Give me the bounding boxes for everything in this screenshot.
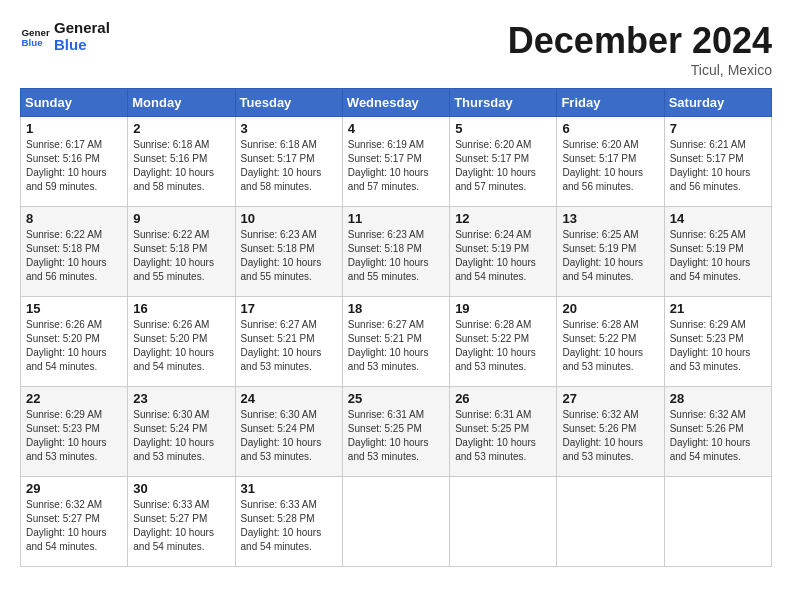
day-info: Sunrise: 6:22 AM Sunset: 5:18 PM Dayligh…: [133, 228, 229, 284]
calendar-day-cell: 29Sunrise: 6:32 AM Sunset: 5:27 PM Dayli…: [21, 477, 128, 567]
day-number: 19: [455, 301, 551, 316]
day-info: Sunrise: 6:32 AM Sunset: 5:27 PM Dayligh…: [26, 498, 122, 554]
day-number: 16: [133, 301, 229, 316]
title-area: December 2024 Ticul, Mexico: [508, 20, 772, 78]
day-number: 31: [241, 481, 337, 496]
day-info: Sunrise: 6:26 AM Sunset: 5:20 PM Dayligh…: [26, 318, 122, 374]
day-number: 13: [562, 211, 658, 226]
calendar-day-cell: 1Sunrise: 6:17 AM Sunset: 5:16 PM Daylig…: [21, 117, 128, 207]
day-info: Sunrise: 6:22 AM Sunset: 5:18 PM Dayligh…: [26, 228, 122, 284]
day-of-week-header: Thursday: [450, 89, 557, 117]
day-info: Sunrise: 6:20 AM Sunset: 5:17 PM Dayligh…: [455, 138, 551, 194]
day-number: 23: [133, 391, 229, 406]
calendar-day-cell: [557, 477, 664, 567]
calendar-day-cell: 11Sunrise: 6:23 AM Sunset: 5:18 PM Dayli…: [342, 207, 449, 297]
calendar-day-cell: 22Sunrise: 6:29 AM Sunset: 5:23 PM Dayli…: [21, 387, 128, 477]
calendar-day-cell: 2Sunrise: 6:18 AM Sunset: 5:16 PM Daylig…: [128, 117, 235, 207]
day-of-week-header: Sunday: [21, 89, 128, 117]
day-number: 24: [241, 391, 337, 406]
calendar-day-cell: 12Sunrise: 6:24 AM Sunset: 5:19 PM Dayli…: [450, 207, 557, 297]
calendar-week-row: 8Sunrise: 6:22 AM Sunset: 5:18 PM Daylig…: [21, 207, 772, 297]
day-number: 25: [348, 391, 444, 406]
calendar-day-cell: 10Sunrise: 6:23 AM Sunset: 5:18 PM Dayli…: [235, 207, 342, 297]
day-info: Sunrise: 6:32 AM Sunset: 5:26 PM Dayligh…: [562, 408, 658, 464]
day-info: Sunrise: 6:32 AM Sunset: 5:26 PM Dayligh…: [670, 408, 766, 464]
day-number: 1: [26, 121, 122, 136]
day-info: Sunrise: 6:25 AM Sunset: 5:19 PM Dayligh…: [562, 228, 658, 284]
day-number: 17: [241, 301, 337, 316]
logo-text-general: General: [54, 20, 110, 37]
day-info: Sunrise: 6:21 AM Sunset: 5:17 PM Dayligh…: [670, 138, 766, 194]
logo-icon: General Blue: [20, 22, 50, 52]
day-number: 9: [133, 211, 229, 226]
page-header: General Blue General Blue December 2024 …: [20, 20, 772, 78]
calendar-day-cell: 20Sunrise: 6:28 AM Sunset: 5:22 PM Dayli…: [557, 297, 664, 387]
day-number: 4: [348, 121, 444, 136]
calendar-day-cell: 8Sunrise: 6:22 AM Sunset: 5:18 PM Daylig…: [21, 207, 128, 297]
day-info: Sunrise: 6:28 AM Sunset: 5:22 PM Dayligh…: [455, 318, 551, 374]
day-of-week-header: Monday: [128, 89, 235, 117]
calendar-day-cell: 6Sunrise: 6:20 AM Sunset: 5:17 PM Daylig…: [557, 117, 664, 207]
day-of-week-header: Saturday: [664, 89, 771, 117]
day-number: 21: [670, 301, 766, 316]
day-number: 29: [26, 481, 122, 496]
calendar-header-row: SundayMondayTuesdayWednesdayThursdayFrid…: [21, 89, 772, 117]
day-number: 28: [670, 391, 766, 406]
month-title: December 2024: [508, 20, 772, 62]
day-info: Sunrise: 6:25 AM Sunset: 5:19 PM Dayligh…: [670, 228, 766, 284]
day-number: 20: [562, 301, 658, 316]
calendar-body: 1Sunrise: 6:17 AM Sunset: 5:16 PM Daylig…: [21, 117, 772, 567]
calendar-week-row: 1Sunrise: 6:17 AM Sunset: 5:16 PM Daylig…: [21, 117, 772, 207]
calendar-day-cell: 27Sunrise: 6:32 AM Sunset: 5:26 PM Dayli…: [557, 387, 664, 477]
calendar-day-cell: 14Sunrise: 6:25 AM Sunset: 5:19 PM Dayli…: [664, 207, 771, 297]
calendar-day-cell: 26Sunrise: 6:31 AM Sunset: 5:25 PM Dayli…: [450, 387, 557, 477]
day-number: 7: [670, 121, 766, 136]
calendar-day-cell: [450, 477, 557, 567]
calendar-week-row: 22Sunrise: 6:29 AM Sunset: 5:23 PM Dayli…: [21, 387, 772, 477]
calendar-day-cell: 31Sunrise: 6:33 AM Sunset: 5:28 PM Dayli…: [235, 477, 342, 567]
day-info: Sunrise: 6:18 AM Sunset: 5:17 PM Dayligh…: [241, 138, 337, 194]
calendar-day-cell: 15Sunrise: 6:26 AM Sunset: 5:20 PM Dayli…: [21, 297, 128, 387]
svg-text:Blue: Blue: [22, 37, 44, 48]
day-number: 30: [133, 481, 229, 496]
calendar-day-cell: 17Sunrise: 6:27 AM Sunset: 5:21 PM Dayli…: [235, 297, 342, 387]
calendar-day-cell: 24Sunrise: 6:30 AM Sunset: 5:24 PM Dayli…: [235, 387, 342, 477]
day-info: Sunrise: 6:18 AM Sunset: 5:16 PM Dayligh…: [133, 138, 229, 194]
calendar-day-cell: 28Sunrise: 6:32 AM Sunset: 5:26 PM Dayli…: [664, 387, 771, 477]
calendar-day-cell: 30Sunrise: 6:33 AM Sunset: 5:27 PM Dayli…: [128, 477, 235, 567]
calendar-week-row: 29Sunrise: 6:32 AM Sunset: 5:27 PM Dayli…: [21, 477, 772, 567]
day-of-week-header: Tuesday: [235, 89, 342, 117]
day-number: 2: [133, 121, 229, 136]
day-info: Sunrise: 6:31 AM Sunset: 5:25 PM Dayligh…: [455, 408, 551, 464]
day-number: 3: [241, 121, 337, 136]
calendar-day-cell: 3Sunrise: 6:18 AM Sunset: 5:17 PM Daylig…: [235, 117, 342, 207]
day-number: 10: [241, 211, 337, 226]
calendar-day-cell: 7Sunrise: 6:21 AM Sunset: 5:17 PM Daylig…: [664, 117, 771, 207]
logo: General Blue General Blue: [20, 20, 110, 53]
day-number: 27: [562, 391, 658, 406]
calendar-day-cell: 4Sunrise: 6:19 AM Sunset: 5:17 PM Daylig…: [342, 117, 449, 207]
calendar-table: SundayMondayTuesdayWednesdayThursdayFrid…: [20, 88, 772, 567]
day-info: Sunrise: 6:30 AM Sunset: 5:24 PM Dayligh…: [241, 408, 337, 464]
day-number: 5: [455, 121, 551, 136]
day-number: 18: [348, 301, 444, 316]
calendar-day-cell: 16Sunrise: 6:26 AM Sunset: 5:20 PM Dayli…: [128, 297, 235, 387]
day-info: Sunrise: 6:27 AM Sunset: 5:21 PM Dayligh…: [348, 318, 444, 374]
day-info: Sunrise: 6:19 AM Sunset: 5:17 PM Dayligh…: [348, 138, 444, 194]
calendar-day-cell: 13Sunrise: 6:25 AM Sunset: 5:19 PM Dayli…: [557, 207, 664, 297]
day-info: Sunrise: 6:28 AM Sunset: 5:22 PM Dayligh…: [562, 318, 658, 374]
day-number: 11: [348, 211, 444, 226]
calendar-day-cell: 5Sunrise: 6:20 AM Sunset: 5:17 PM Daylig…: [450, 117, 557, 207]
day-info: Sunrise: 6:29 AM Sunset: 5:23 PM Dayligh…: [26, 408, 122, 464]
day-number: 6: [562, 121, 658, 136]
day-of-week-header: Wednesday: [342, 89, 449, 117]
day-number: 22: [26, 391, 122, 406]
day-info: Sunrise: 6:33 AM Sunset: 5:28 PM Dayligh…: [241, 498, 337, 554]
day-info: Sunrise: 6:29 AM Sunset: 5:23 PM Dayligh…: [670, 318, 766, 374]
day-info: Sunrise: 6:27 AM Sunset: 5:21 PM Dayligh…: [241, 318, 337, 374]
day-info: Sunrise: 6:20 AM Sunset: 5:17 PM Dayligh…: [562, 138, 658, 194]
logo-text-blue: Blue: [54, 37, 110, 54]
day-number: 26: [455, 391, 551, 406]
day-number: 14: [670, 211, 766, 226]
day-info: Sunrise: 6:33 AM Sunset: 5:27 PM Dayligh…: [133, 498, 229, 554]
